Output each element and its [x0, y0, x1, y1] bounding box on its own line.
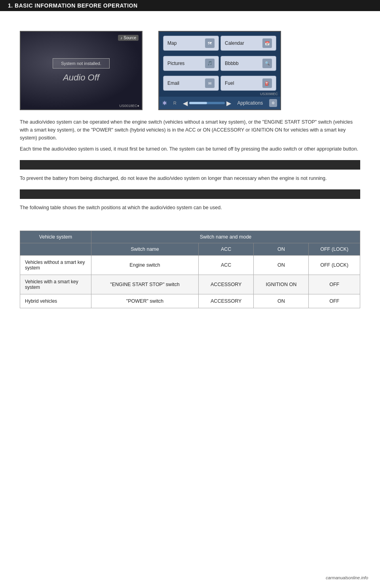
- switch-name-engine: Engine switch: [91, 256, 199, 275]
- music-note-icon: ♪: [120, 36, 122, 40]
- app-email[interactable]: Email ✉: [163, 76, 219, 91]
- table-header-vehicle-system: Vehicle system: [20, 231, 91, 243]
- system-not-installed-label: System not installed.: [53, 58, 110, 69]
- section2-paragraph-2: [20, 215, 360, 223]
- mode-acc-1: ACCESSORY: [198, 275, 254, 294]
- table-subheader-switch-name: Switch name: [91, 243, 199, 256]
- map-label: Map: [167, 40, 177, 46]
- mode-on-2: ON: [254, 294, 309, 308]
- mode-off-1: OFF: [309, 275, 360, 294]
- table-subheader-vehicle: [20, 243, 91, 256]
- source-button[interactable]: ♪ Source: [118, 35, 139, 41]
- table-subheader-acc: ACC: [198, 243, 254, 256]
- switch-name-power: "POWER" switch: [91, 294, 199, 308]
- email-icon: ✉: [205, 78, 215, 88]
- app-fuel[interactable]: Fuel ⛽: [220, 76, 276, 91]
- vehicle-system-smart: Vehicles with a smart key system: [20, 275, 91, 294]
- section1-paragraph: To prevent the battery from being discha…: [20, 174, 360, 182]
- app-bbbbb[interactable]: Bbbbb 🔍: [220, 56, 276, 71]
- section-bar-1: [20, 160, 360, 170]
- pictures-icon: 🎵: [205, 59, 215, 68]
- pictures-label: Pictures: [167, 61, 184, 66]
- mode-acc-0: ACC: [198, 256, 254, 275]
- main-content: ♪ Source System not installed. Audio Off…: [0, 11, 380, 324]
- map-icon: 🗺: [205, 38, 215, 48]
- mode-acc-2: ACCESSORY: [198, 294, 254, 308]
- slider-track[interactable]: [189, 102, 225, 104]
- applications-label: Applications: [237, 100, 263, 106]
- fuel-label: Fuel: [225, 80, 234, 86]
- bbbbb-icon: 🔍: [262, 59, 272, 68]
- screen-code-right: US3098EC: [260, 92, 278, 96]
- page-title: 1. BASIC INFORMATION BEFORE OPERATION: [8, 2, 138, 9]
- slider-bar: ◀ ▶: [183, 99, 231, 107]
- app-map[interactable]: Map 🗺: [163, 36, 219, 51]
- mode-on-1: IGNITION ON: [254, 275, 309, 294]
- screen-code-left: US0018EC●: [120, 104, 139, 108]
- bbbbb-label: Bbbbb: [225, 61, 239, 66]
- intro-paragraph-1: The audio/video system can be operated w…: [20, 118, 360, 142]
- screenshots-row: ♪ Source System not installed. Audio Off…: [20, 31, 360, 110]
- bluetooth-icon: ✱: [162, 100, 167, 106]
- fuel-icon: ⛽: [262, 78, 272, 88]
- arrow-left-icon[interactable]: ◀: [183, 99, 188, 107]
- screen-audio-off: ♪ Source System not installed. Audio Off…: [20, 31, 142, 110]
- app-pictures[interactable]: Pictures 🎵: [163, 56, 219, 71]
- settings-icon[interactable]: ⚙: [269, 99, 277, 107]
- table-row: Vehicles without a smart key system Engi…: [20, 256, 360, 275]
- signal-icon: R: [173, 101, 177, 105]
- calendar-icon: 📅: [262, 38, 272, 48]
- table-row: Vehicles with a smart key system "ENGINE…: [20, 275, 360, 294]
- mode-off-2: OFF: [309, 294, 360, 308]
- switch-mode-table: Vehicle system Switch name and mode Swit…: [20, 231, 360, 308]
- table-row: Hybrid vehicles "POWER" switch ACCESSORY…: [20, 294, 360, 308]
- apps-bottom-bar: ✱ R ◀ ▶ Applications ⚙: [159, 97, 280, 109]
- arrow-right-icon[interactable]: ▶: [226, 99, 231, 107]
- audio-off-label: Audio Off: [63, 73, 99, 83]
- vehicle-system-no-smart: Vehicles without a smart key system: [20, 256, 91, 275]
- footer-logo: carmanualsonline.info: [326, 575, 368, 580]
- mode-on-0: ON: [254, 256, 309, 275]
- section2-paragraph-1: The following table shows the switch pos…: [20, 204, 360, 212]
- slider-fill: [189, 102, 207, 104]
- table-header-switch-mode: Switch name and mode: [91, 231, 360, 243]
- table-subheader-on: ON: [254, 243, 309, 256]
- app-calendar[interactable]: Calendar 📅: [220, 36, 276, 51]
- intro-paragraph-2: Each time the audio/video system is used…: [20, 145, 360, 153]
- vehicle-system-hybrid: Hybrid vehicles: [20, 294, 91, 308]
- page-header: 1. BASIC INFORMATION BEFORE OPERATION: [0, 0, 380, 11]
- section-bar-2: [20, 189, 360, 199]
- source-label: Source: [124, 36, 136, 40]
- table-subheader-off: OFF (LOCK): [309, 243, 360, 256]
- email-label: Email: [167, 80, 179, 86]
- mode-off-0: OFF (LOCK): [309, 256, 360, 275]
- screen-applications: Map 🗺 Calendar 📅 Pictures 🎵 Bbbbb 🔍 Emai…: [158, 31, 281, 110]
- calendar-label: Calendar: [225, 40, 244, 46]
- switch-name-start-stop: "ENGINE START STOP" switch: [91, 275, 199, 294]
